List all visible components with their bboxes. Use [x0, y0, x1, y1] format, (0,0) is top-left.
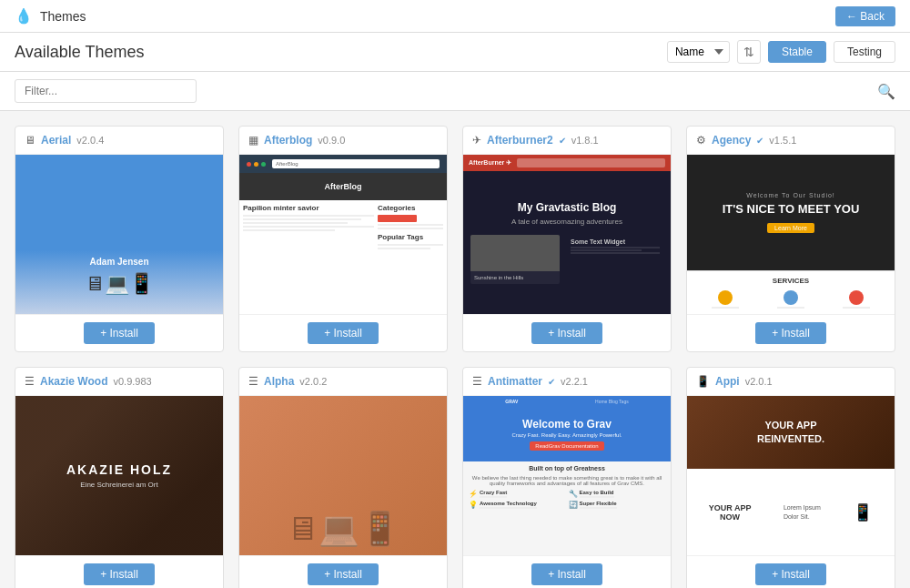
- alpha-version: v2.0.2: [299, 376, 327, 387]
- agency-install-button[interactable]: + Install: [755, 322, 826, 344]
- sort-order-toggle[interactable]: ⇅: [737, 40, 761, 64]
- sort-select[interactable]: Name Date Rating: [667, 41, 730, 63]
- akazie-install-button[interactable]: + Install: [84, 563, 155, 585]
- akazie-name: Akazie Wood: [40, 375, 107, 388]
- toolbar-right: Name Date Rating ⇅ Stable Testing: [667, 40, 895, 64]
- theme-card-header-afterburner2: ✈ Afterburner2 ✔ v1.8.1: [463, 127, 671, 155]
- agency-name: Agency: [712, 134, 751, 147]
- theme-card-header-aerial: 🖥 Aerial v2.0.4: [15, 127, 223, 155]
- header-left: 💧 Themes: [15, 7, 86, 25]
- theme-card-aerial: 🖥 Aerial v2.0.4 Adam Jensen 🖥💻📱 + Instal…: [15, 126, 224, 352]
- antimatter-install-button[interactable]: + Install: [531, 563, 602, 585]
- aerial-footer: + Install: [15, 314, 223, 351]
- alpha-install-button[interactable]: + Install: [308, 563, 379, 585]
- theme-card-header-akazie-wood: ☰ Akazie Wood v0.9.983: [15, 368, 223, 396]
- appi-footer: + Install: [687, 555, 895, 588]
- antimatter-name: Antimatter: [488, 375, 542, 388]
- antimatter-preview: GRAV Home Blog Tags Welcome to Grav Craz…: [463, 396, 671, 555]
- theme-card-header-agency: ⚙ Agency ✔ v1.5.1: [687, 127, 895, 155]
- afterburner2-footer: + Install: [463, 314, 671, 351]
- search-icon[interactable]: 🔍: [877, 83, 895, 100]
- afterblog-install-button[interactable]: + Install: [308, 322, 379, 344]
- theme-card-alpha: ☰ Alpha v2.0.2 🖥💻📱 + Install: [238, 367, 448, 588]
- back-button[interactable]: ← Back: [835, 6, 895, 26]
- antimatter-footer: + Install: [463, 555, 671, 588]
- afterburner2-version: v1.8.1: [571, 135, 599, 146]
- appi-install-button[interactable]: + Install: [755, 563, 826, 585]
- theme-card-header-alpha: ☰ Alpha v2.0.2: [239, 368, 447, 396]
- akazie-version: v0.9.983: [113, 376, 151, 387]
- app-logo-icon: 💧: [15, 7, 33, 25]
- aerial-preview: Adam Jensen 🖥💻📱: [15, 155, 223, 314]
- appi-theme-icon: 📱: [696, 375, 710, 388]
- afterblog-footer: + Install: [239, 314, 447, 351]
- theme-card-antimatter: ☰ Antimatter ✔ v2.2.1 GRAV Home Blog Tag…: [462, 367, 672, 588]
- afterburner2-preview: AfterBurner ✈ My Gravtastic Blog A tale …: [463, 155, 671, 314]
- agency-version: v1.5.1: [769, 135, 796, 146]
- appi-name: Appi: [715, 375, 740, 388]
- theme-card-header-afterblog: ▦ Afterblog v0.9.0: [239, 127, 447, 155]
- theme-card-afterburner2: ✈ Afterburner2 ✔ v1.8.1 AfterBurner ✈ My…: [462, 126, 672, 352]
- themes-grid: 🖥 Aerial v2.0.4 Adam Jensen 🖥💻📱 + Instal…: [0, 111, 910, 588]
- appi-version: v2.0.1: [745, 376, 773, 387]
- akazie-preview: AKAZIE HOLZ Eine Schreinerei am Ort: [15, 396, 223, 555]
- tab-testing[interactable]: Testing: [834, 41, 895, 63]
- afterburner2-verified-icon: ✔: [559, 136, 566, 146]
- afterblog-name: Afterblog: [264, 134, 312, 147]
- app-header: 💧 Themes ← Back: [0, 0, 910, 33]
- akazie-footer: + Install: [15, 555, 223, 588]
- theme-card-akazie-wood: ☰ Akazie Wood v0.9.983 AKAZIE HOLZ Eine …: [15, 367, 224, 588]
- search-bar: 🔍: [0, 72, 910, 111]
- theme-card-header-appi: 📱 Appi v2.0.1: [687, 368, 895, 396]
- tab-stable[interactable]: Stable: [768, 41, 826, 63]
- agency-footer: + Install: [687, 314, 895, 351]
- alpha-theme-icon: ☰: [248, 375, 258, 388]
- agency-verified-icon: ✔: [756, 136, 763, 146]
- akazie-theme-icon: ☰: [25, 375, 35, 388]
- afterburner2-theme-icon: ✈: [472, 134, 481, 147]
- antimatter-theme-icon: ☰: [472, 375, 482, 388]
- main-toolbar: Available Themes Name Date Rating ⇅ Stab…: [0, 33, 910, 72]
- agency-theme-icon: ⚙: [696, 134, 706, 147]
- afterblog-preview: AfterBlog AfterBlog Papilion minter savi…: [239, 155, 447, 314]
- antimatter-version: v2.2.1: [561, 376, 588, 387]
- afterburner2-name: Afterburner2: [487, 134, 553, 147]
- agency-preview: Welcome To Our Studio! IT'S NICE TO MEET…: [687, 155, 895, 314]
- afterblog-version: v0.9.0: [318, 135, 345, 146]
- alpha-preview: 🖥💻📱: [239, 396, 447, 555]
- theme-card-afterblog: ▦ Afterblog v0.9.0 AfterBlog AfterBlog P…: [238, 126, 448, 352]
- theme-card-header-antimatter: ☰ Antimatter ✔ v2.2.1: [463, 368, 671, 396]
- app-title: Themes: [40, 9, 86, 24]
- antimatter-verified-icon: ✔: [548, 377, 555, 387]
- page-title: Available Themes: [15, 43, 144, 62]
- aerial-install-button[interactable]: + Install: [84, 322, 155, 344]
- theme-card-agency: ⚙ Agency ✔ v1.5.1 Welcome To Our Studio!…: [686, 126, 895, 352]
- appi-preview: YOUR APPREINVENTED. YOUR APPNOW Lorem Ip…: [687, 396, 895, 555]
- alpha-name: Alpha: [264, 375, 294, 388]
- afterblog-theme-icon: ▦: [248, 134, 258, 147]
- aerial-theme-icon: 🖥: [25, 134, 35, 147]
- aerial-version: v2.0.4: [76, 135, 104, 146]
- alpha-footer: + Install: [239, 555, 447, 588]
- theme-card-appi: 📱 Appi v2.0.1 YOUR APPREINVENTED. YOUR A…: [686, 367, 895, 588]
- afterburner2-install-button[interactable]: + Install: [531, 322, 602, 344]
- aerial-name: Aerial: [41, 134, 71, 147]
- search-input[interactable]: [15, 79, 197, 103]
